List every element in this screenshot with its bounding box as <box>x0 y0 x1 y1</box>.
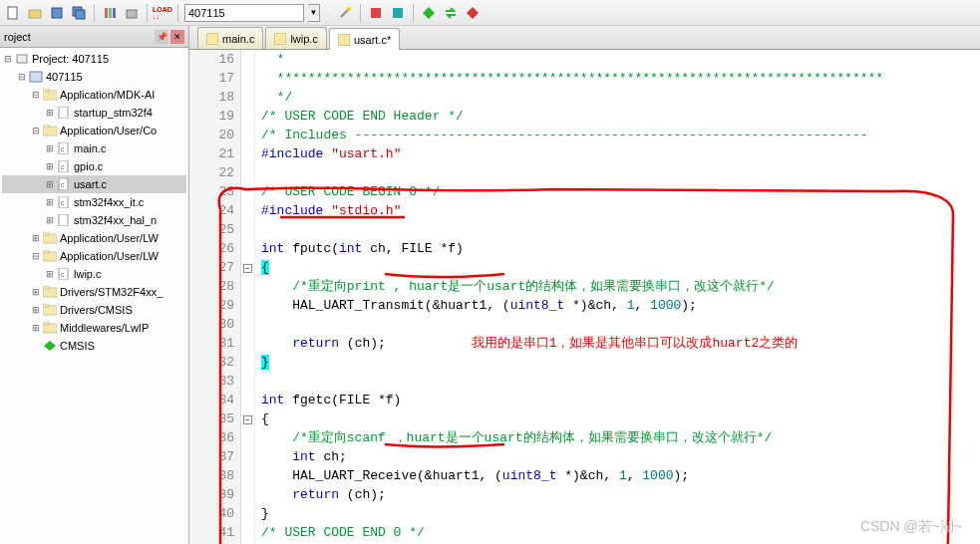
tree-toggle-icon[interactable]: ⊟ <box>16 72 28 82</box>
svg-rect-19 <box>59 107 68 119</box>
tree-node[interactable]: ⊞cstm32f4xx_it.c <box>2 193 186 211</box>
fold-toggle-icon[interactable]: − <box>243 415 252 424</box>
code-line[interactable]: /* Includes ----------------------------… <box>261 126 980 144</box>
tree-node[interactable]: ⊞cusart.c <box>2 175 186 193</box>
new-file-icon[interactable] <box>4 4 22 22</box>
tree-node[interactable]: ⊟Project: 407115 <box>2 50 186 68</box>
tree-node[interactable]: ⊟407115 <box>2 68 186 86</box>
file-icon <box>338 34 350 46</box>
tree-item-icon <box>28 70 44 84</box>
code-line[interactable]: HAL_UART_Transmit(&huart1, (uint8_t *)&c… <box>261 296 980 315</box>
load-icon[interactable]: LOAD↓↓ <box>154 4 171 22</box>
svg-marker-13 <box>423 7 435 19</box>
file-icon <box>206 33 218 45</box>
code-line[interactable] <box>261 315 980 334</box>
code-line[interactable]: /*重定向print , huart是一个usart的结构体，如果需要换串口，改… <box>261 277 980 296</box>
tree-toggle-icon[interactable]: ⊞ <box>44 197 56 207</box>
svg-rect-5 <box>105 8 108 18</box>
green-diamond-icon[interactable] <box>420 4 438 22</box>
red-diamond-icon[interactable] <box>464 4 482 22</box>
editor-tab[interactable]: main.c <box>197 27 263 49</box>
tree-toggle-icon[interactable]: ⊞ <box>44 143 56 153</box>
code-line[interactable]: return (ch); <box>261 485 980 504</box>
tree-toggle-icon[interactable]: ⊞ <box>44 215 56 225</box>
sidebar-header: roject 📌 ✕ <box>0 26 188 48</box>
tree-node[interactable]: ⊞cgpio.c <box>2 157 186 175</box>
code-line[interactable]: /* USER CODE END 0 */ <box>261 523 980 542</box>
close-sidebar-icon[interactable]: ✕ <box>170 30 184 44</box>
project-tree[interactable]: ⊟Project: 407115⊟407115⊟Application/MDK-… <box>0 48 188 544</box>
svg-text:c: c <box>61 271 65 278</box>
teal-box-icon[interactable] <box>389 4 407 22</box>
code-line[interactable]: int fputc(int ch, FILE *f) <box>261 239 980 258</box>
code-line[interactable]: * <box>261 50 980 69</box>
tree-toggle-icon[interactable]: ⊞ <box>44 108 56 118</box>
tree-node[interactable]: ⊞cmain.c <box>2 139 186 157</box>
tree-node[interactable]: ⊞stm32f4xx_hal_n <box>2 211 186 229</box>
tree-item-icon: c <box>56 141 72 155</box>
separator <box>360 4 361 22</box>
tree-toggle-icon[interactable]: ⊞ <box>44 161 56 171</box>
code-line[interactable]: */ <box>261 88 980 107</box>
code-line[interactable] <box>261 372 980 391</box>
tab-label: main.c <box>222 33 254 45</box>
file-icon <box>274 33 286 45</box>
tree-toggle-icon[interactable]: ⊟ <box>2 54 14 64</box>
code-line[interactable]: { <box>261 258 980 277</box>
tree-node[interactable]: ⊟Application/User/Co <box>2 122 186 139</box>
books-icon[interactable] <box>101 4 119 22</box>
code-line[interactable] <box>261 220 980 239</box>
code-line[interactable]: #include "stdio.h" <box>261 201 980 220</box>
tree-toggle-icon[interactable]: ⊞ <box>44 179 56 189</box>
code-line[interactable]: return (ch); 我用的是串口1，如果是其他串口可以改成huart2之类… <box>261 334 980 353</box>
tree-toggle-icon[interactable]: ⊟ <box>30 126 42 136</box>
tree-node[interactable]: CMSIS <box>2 337 186 355</box>
tree-node[interactable]: ⊞startup_stm32f4 <box>2 104 186 122</box>
code-lines[interactable]: * **************************************… <box>255 50 980 544</box>
svg-rect-2 <box>52 8 62 18</box>
tree-toggle-icon[interactable]: ⊞ <box>44 269 56 279</box>
tree-node[interactable]: ⊞Drivers/CMSIS <box>2 301 186 319</box>
tree-item-icon <box>42 231 58 245</box>
tree-node[interactable]: ⊟Application/MDK-AI <box>2 86 186 104</box>
target-dropdown[interactable]: ▼ <box>308 4 320 22</box>
save-all-icon[interactable] <box>70 4 88 22</box>
code-line[interactable]: int fgetc(FILE *f) <box>261 391 980 409</box>
code-line[interactable]: int ch; <box>261 447 980 466</box>
code-editor[interactable]: 1617181920212223242526272829303132333435… <box>189 50 980 544</box>
editor-tabs: main.clwip.cusart.c* <box>189 26 980 50</box>
tree-node[interactable]: ⊞Application/User/LW <box>2 229 186 247</box>
green-swap-icon[interactable] <box>442 4 460 22</box>
code-line[interactable]: /* USER CODE END Header */ <box>261 107 980 126</box>
tree-node[interactable]: ⊞clwip.c <box>2 265 186 283</box>
red-box-icon[interactable] <box>367 4 385 22</box>
code-line[interactable]: ****************************************… <box>261 69 980 88</box>
code-line[interactable]: /*重定向scanf ，huart是一个usart的结构体，如果需要换串口，改这… <box>261 428 980 447</box>
pin-icon[interactable]: 📌 <box>155 30 168 44</box>
tree-item-icon: c <box>56 267 72 281</box>
tree-toggle-icon[interactable]: ⊟ <box>30 251 42 261</box>
code-line[interactable]: #include "usart.h" <box>261 144 980 163</box>
code-line[interactable] <box>261 163 980 182</box>
tree-toggle-icon[interactable]: ⊞ <box>30 287 42 297</box>
tree-toggle-icon[interactable]: ⊟ <box>30 90 42 100</box>
code-line[interactable]: { <box>261 409 980 428</box>
save-icon[interactable] <box>48 4 66 22</box>
code-line[interactable]: } <box>261 504 980 523</box>
open-icon[interactable] <box>26 4 44 22</box>
code-line[interactable]: HAL_UART_Receive(&huart1, (uint8_t *)&ch… <box>261 466 980 485</box>
code-line[interactable]: /* USER CODE BEGIN 0 */ <box>261 182 980 201</box>
tree-toggle-icon[interactable]: ⊞ <box>30 323 42 333</box>
tree-toggle-icon[interactable]: ⊞ <box>30 233 42 243</box>
editor-tab[interactable]: usart.c* <box>329 28 400 50</box>
tree-node[interactable]: ⊞Drivers/STM32F4xx_ <box>2 283 186 301</box>
editor-tab[interactable]: lwip.c <box>265 27 327 49</box>
tree-toggle-icon[interactable]: ⊞ <box>30 305 42 315</box>
fold-toggle-icon[interactable]: − <box>243 264 252 273</box>
wand-icon[interactable] <box>336 4 354 22</box>
box-icon[interactable] <box>123 4 141 22</box>
code-line[interactable]: } <box>261 353 980 372</box>
tree-node[interactable]: ⊟Application/User/LW <box>2 247 186 265</box>
tree-node[interactable]: ⊞Middlewares/LwIP <box>2 319 186 337</box>
target-input[interactable] <box>184 4 304 22</box>
